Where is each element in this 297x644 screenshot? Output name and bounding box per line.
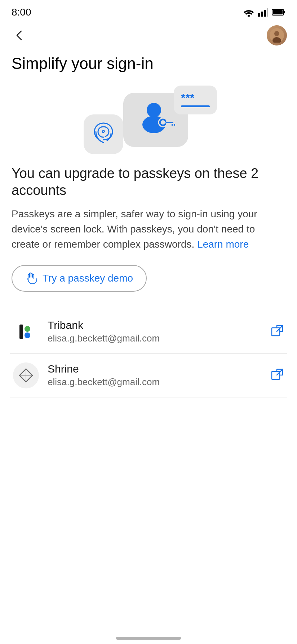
main-content: You can upgrade to passkeys on these 2 a… [0,161,297,310]
battery-icon [272,9,285,16]
account-item-tribank[interactable]: Tribank elisa.g.beckett@gmail.com [10,310,287,353]
demo-button-label: Try a passkey demo [43,273,133,284]
svg-rect-32 [272,371,280,379]
tribank-email: elisa.g.beckett@gmail.com [48,333,262,344]
status-icons [243,8,285,17]
signal-icon [258,8,268,17]
avatar[interactable] [267,25,287,45]
top-nav [0,22,297,51]
account-item-shrine[interactable]: Shrine elisa.g.beckett@gmail.com [10,353,287,397]
account-list: Tribank elisa.g.beckett@gmail.com Shrine [0,310,297,397]
svg-rect-7 [284,11,285,13]
svg-point-16 [161,120,165,125]
svg-text:***: *** [181,91,195,104]
try-passkey-demo-button[interactable]: Try a passkey demo [12,265,147,292]
shrine-name: Shrine [48,363,262,375]
shrine-info: Shrine elisa.g.beckett@gmail.com [48,363,262,388]
svg-line-30 [19,369,26,375]
svg-rect-22 [181,105,210,107]
svg-rect-26 [272,328,280,336]
svg-rect-18 [171,123,173,126]
svg-point-25 [25,332,30,338]
tribank-name: Tribank [48,319,262,331]
description-text: Passkeys are a simpler, safer way to sig… [12,206,285,252]
main-headline: You can upgrade to passkeys on these 2 a… [12,165,285,199]
svg-rect-23 [19,325,23,339]
svg-rect-20 [174,86,217,114]
svg-rect-2 [261,12,263,17]
back-arrow-icon [13,29,26,42]
svg-point-24 [25,326,30,332]
shrine-logo [13,362,39,388]
svg-point-13 [147,103,161,117]
page-title: Simplify your sign-in [0,51,297,82]
learn-more-link[interactable]: Learn more [197,239,249,250]
tribank-logo [13,319,39,345]
svg-rect-19 [174,123,176,126]
home-indicator [116,637,181,640]
tribank-external-link-icon[interactable] [270,324,284,339]
hand-wave-icon [25,272,37,284]
shrine-email: elisa.g.beckett@gmail.com [48,377,262,388]
hero-illustration: *** [0,82,297,161]
tribank-info: Tribank elisa.g.beckett@gmail.com [48,319,262,344]
status-time: 8:00 [12,6,31,18]
back-button[interactable] [10,26,29,45]
svg-rect-4 [267,8,268,17]
svg-rect-11 [84,114,123,154]
svg-rect-3 [264,10,266,17]
svg-rect-6 [273,10,283,14]
svg-line-31 [26,369,32,375]
shrine-external-link-icon[interactable] [270,368,284,383]
svg-point-0 [248,15,250,17]
status-bar: 8:00 [0,0,297,22]
svg-point-9 [274,31,279,36]
svg-rect-1 [258,13,260,17]
wifi-icon [243,8,254,17]
